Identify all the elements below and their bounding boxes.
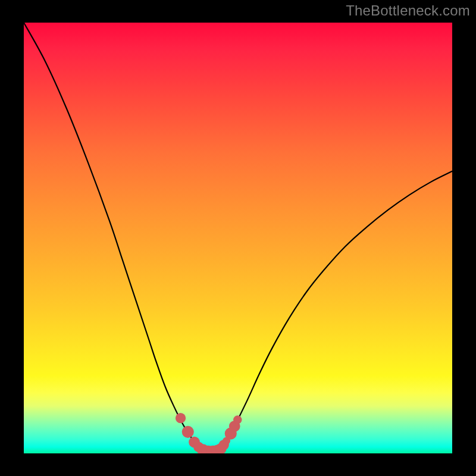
trough-marker <box>233 415 242 424</box>
trough-marker <box>176 413 186 423</box>
watermark-text: TheBottleneck.com <box>346 2 470 19</box>
bottleneck-curve <box>24 23 452 452</box>
chart-frame: TheBottleneck.com <box>0 0 476 476</box>
plot-area <box>24 23 452 453</box>
trough-markers <box>176 413 242 453</box>
curve-layer <box>24 23 452 453</box>
trough-marker <box>182 426 194 438</box>
